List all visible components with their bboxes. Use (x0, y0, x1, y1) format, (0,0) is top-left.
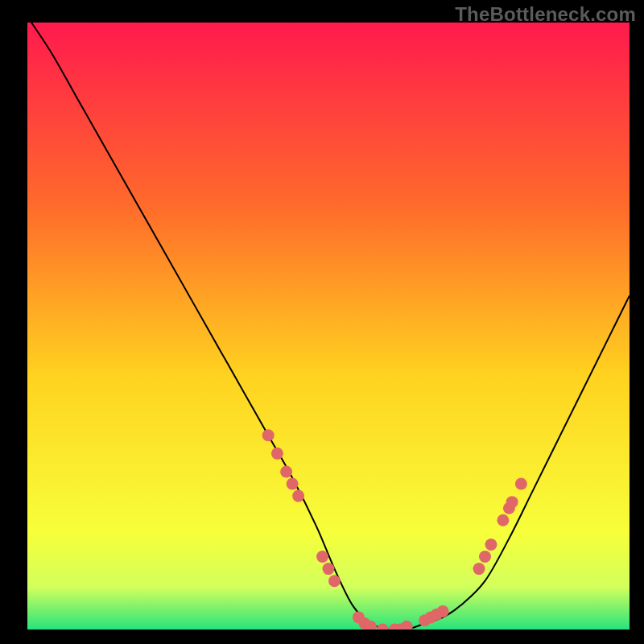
curve-marker (316, 551, 328, 563)
chart-svg (0, 0, 644, 644)
watermark-text: TheBottleneck.com (455, 3, 636, 26)
curve-marker (473, 563, 485, 575)
curve-marker (485, 539, 497, 551)
curve-marker (497, 514, 509, 526)
curve-marker (262, 429, 275, 441)
curve-marker (506, 496, 518, 508)
curve-marker (401, 621, 413, 633)
curve-marker (515, 478, 527, 490)
curve-marker (377, 624, 389, 636)
curve-marker (287, 478, 299, 490)
curve-marker (328, 575, 341, 587)
curve-marker (280, 465, 292, 477)
curve-marker (271, 448, 283, 460)
curve-marker (323, 563, 335, 575)
curve-marker (437, 605, 449, 617)
chart-stage: TheBottleneck.com (0, 0, 644, 644)
curve-marker (365, 621, 377, 633)
curve-marker (479, 551, 491, 563)
plot-background (27, 23, 630, 630)
curve-marker (292, 490, 304, 502)
